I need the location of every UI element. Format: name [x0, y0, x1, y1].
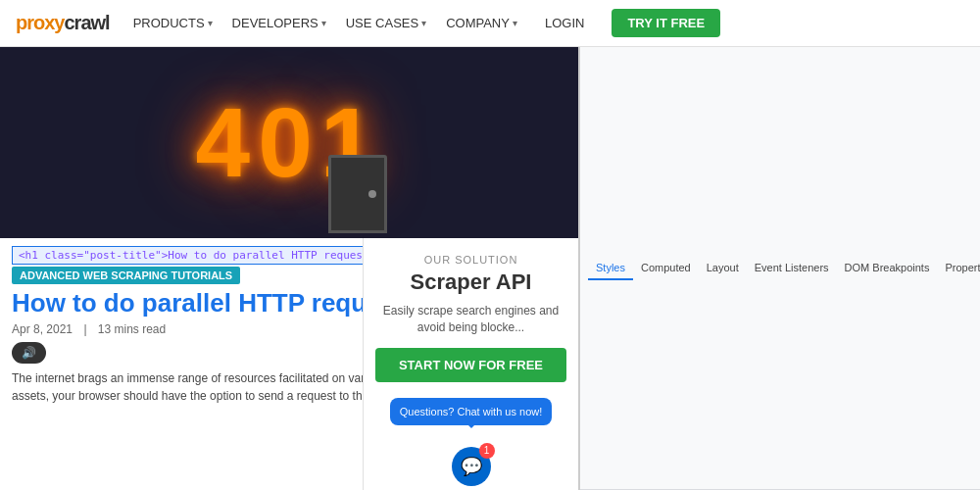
- nav-cta-button[interactable]: TRY IT FREE: [612, 9, 720, 37]
- styles-tab-layout[interactable]: Layout: [699, 257, 747, 280]
- audio-button[interactable]: 🔊: [12, 342, 46, 364]
- styles-tab-properties[interactable]: Properties: [937, 257, 980, 280]
- post-read-time: 13 mins read: [98, 322, 166, 336]
- nav-login[interactable]: LOGIN: [545, 16, 584, 30]
- hero-door-decoration: [328, 155, 387, 233]
- h1-tag-label: <h1 class="post-title">How to do paralle…: [19, 249, 415, 262]
- styles-tab-styles[interactable]: Styles: [588, 257, 633, 280]
- chevron-down-icon: ▾: [513, 18, 517, 28]
- solution-label: OUR SOLUTION: [424, 254, 518, 266]
- solution-cta-button[interactable]: START NOW FOR FREE: [375, 348, 566, 382]
- styles-tab-computed[interactable]: Computed: [633, 257, 699, 280]
- chevron-down-icon: ▾: [208, 18, 213, 28]
- nav-developers[interactable]: DEVELOPERS ▾: [232, 16, 326, 30]
- styles-tab-event-listeners[interactable]: Event Listeners: [747, 257, 837, 280]
- navbar: proxycrawl PRODUCTS ▾ DEVELOPERS ▾ USE C…: [0, 0, 980, 47]
- chat-icon-wrapper[interactable]: 💬 1: [452, 447, 491, 486]
- main-area: 401 <h1 class="post-title">How to do par…: [0, 47, 980, 490]
- speaker-icon: 🔊: [22, 346, 36, 360]
- chevron-down-icon: ▾: [421, 18, 426, 28]
- article-lower: <h1 class="post-title">How to do paralle…: [0, 238, 578, 490]
- chevron-down-icon: ▾: [321, 18, 326, 28]
- solution-description: Easily scrape search engines and avoid b…: [375, 303, 566, 336]
- nav-company[interactable]: COMPANY ▾: [446, 16, 517, 30]
- solution-title: Scraper API: [411, 270, 532, 295]
- logo[interactable]: proxycrawl: [16, 12, 110, 34]
- hero-section: 401: [0, 47, 578, 238]
- chat-bubble: Questions? Chat with us now!: [390, 398, 553, 425]
- nav-use-cases[interactable]: USE CASES ▾: [346, 16, 426, 30]
- styles-tab-dom-breakpoints[interactable]: DOM Breakpoints: [837, 257, 938, 280]
- styles-tabs: Styles Computed Layout Event Listeners D…: [580, 47, 980, 490]
- category-badge: ADVANCED WEB SCRAPING TUTORIALS: [12, 267, 240, 284]
- nav-products[interactable]: PRODUCTS ▾: [133, 16, 213, 30]
- solution-section: OUR SOLUTION Scraper API Easily scrape s…: [363, 238, 578, 490]
- post-date: Apr 8, 2021: [12, 322, 73, 336]
- chat-notification-badge: 1: [479, 443, 495, 459]
- website-panel: 401 <h1 class="post-title">How to do par…: [0, 47, 578, 490]
- chat-text: Questions? Chat with us now!: [400, 406, 543, 417]
